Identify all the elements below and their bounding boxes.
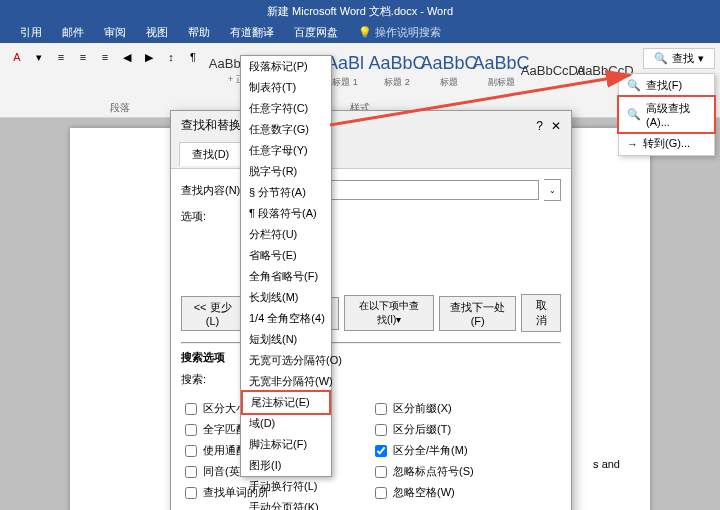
highlight-btn[interactable]: ▾ — [29, 47, 49, 67]
ribbon-tabs: 引用 邮件 审阅 视图 帮助 有道翻译 百度网盘 💡 操作说明搜索 — [0, 22, 720, 43]
find-dropdown-menu: 🔍查找(F)🔍高级查找(A)...→转到(G)... — [618, 73, 715, 156]
decrease-indent-btn[interactable]: ◀ — [117, 47, 137, 67]
find-history-dropdown[interactable]: ⌄ — [544, 179, 561, 201]
less-button[interactable]: << 更少(L) — [181, 296, 244, 331]
tab-view[interactable]: 视图 — [136, 22, 178, 43]
tab-help[interactable]: 帮助 — [178, 22, 220, 43]
font-color-btn[interactable]: A — [7, 47, 27, 67]
special-menu-item[interactable]: 任意字符(C) — [241, 98, 331, 119]
special-menu-item[interactable]: 无宽可选分隔符(O) — [241, 350, 331, 371]
special-menu-item[interactable]: 长划线(M) — [241, 287, 331, 308]
find-what-label: 查找内容(N): — [181, 183, 246, 198]
find-next-button[interactable]: 查找下一处(F) — [439, 296, 516, 331]
search-direction-label: 搜索: — [181, 372, 246, 387]
special-menu-item[interactable]: 手动换行符(L) — [241, 476, 331, 497]
chevron-down-icon: ▾ — [698, 52, 704, 65]
sort-btn[interactable]: ↕ — [161, 47, 181, 67]
special-menu-item[interactable]: ¶ 段落符号(A) — [241, 203, 331, 224]
special-menu-item[interactable]: 分栏符(U) — [241, 224, 331, 245]
dialog-title-text: 查找和替换 — [181, 117, 241, 134]
find-in-button[interactable]: 在以下项中查找(I)▾ — [344, 295, 434, 331]
search-option-checkbox[interactable]: 区分后缀(T) — [371, 421, 561, 439]
cancel-button[interactable]: 取消 — [521, 294, 561, 332]
special-menu-item[interactable]: 尾注标记(E) — [241, 390, 331, 415]
special-menu-item[interactable]: 手动分页符(K) — [241, 497, 331, 510]
search-options-label: 搜索选项 — [181, 350, 561, 365]
tab-references[interactable]: 引用 — [10, 22, 52, 43]
special-menu-item[interactable]: 无宽非分隔符(W) — [241, 371, 331, 392]
special-menu-item[interactable]: 1/4 全角空格(4) — [241, 308, 331, 329]
menu-icon: 🔍 — [627, 79, 641, 92]
special-menu-item[interactable]: 省略号(E) — [241, 245, 331, 266]
special-menu-item[interactable]: 段落标记(P) — [241, 56, 331, 77]
search-option-checkbox[interactable]: 区分全/半角(M) — [371, 442, 561, 460]
menu-icon: → — [627, 138, 638, 150]
tab-baidu[interactable]: 百度网盘 — [284, 22, 348, 43]
special-menu-item[interactable]: 制表符(T) — [241, 77, 331, 98]
style-item[interactable]: AaBbC标题 — [423, 45, 475, 97]
tab-review[interactable]: 审阅 — [94, 22, 136, 43]
find-label: 查找 — [672, 51, 694, 66]
tab-mailings[interactable]: 邮件 — [52, 22, 94, 43]
special-menu-item[interactable]: 短划线(N) — [241, 329, 331, 350]
tab-tellme[interactable]: 💡 操作说明搜索 — [348, 22, 451, 43]
special-menu-item[interactable]: 脚注标记(F) — [241, 434, 331, 455]
search-option-checkbox[interactable]: 忽略空格(W) — [371, 484, 561, 502]
options-label: 选项: — [181, 209, 246, 224]
special-format-menu: 段落标记(P)制表符(T)任意字符(C)任意数字(G)任意字母(Y)脱字号(R)… — [240, 55, 332, 477]
style-item[interactable]: AaBbC标题 2 — [371, 45, 423, 97]
style-item[interactable]: AaBbC副标题 — [475, 45, 527, 97]
search-option-checkbox[interactable]: 区分前缀(X) — [371, 400, 561, 418]
tab-youdao[interactable]: 有道翻译 — [220, 22, 284, 43]
list-btn[interactable]: ≡ — [51, 47, 71, 67]
ribbon: A ▾ ≡ ≡ ≡ ◀ ▶ ↕ ¶ 段落 AaBbCcDd+ 正文AaBbCcD… — [0, 43, 720, 118]
font-group: A ▾ ≡ ≡ ≡ ◀ ▶ ↕ ¶ — [5, 45, 205, 69]
window-title: 新建 Microsoft Word 文档.docx - Word — [0, 0, 720, 22]
numbering-btn[interactable]: ≡ — [73, 47, 93, 67]
special-menu-item[interactable]: 脱字号(R) — [241, 161, 331, 182]
find-menu-item[interactable]: →转到(G)... — [619, 132, 714, 155]
increase-indent-btn[interactable]: ▶ — [139, 47, 159, 67]
close-icon[interactable]: ✕ — [551, 119, 561, 133]
find-menu-item[interactable]: 🔍查找(F) — [619, 74, 714, 97]
find-button[interactable]: 🔍 查找 ▾ — [643, 48, 715, 69]
find-replace-dialog: 查找和替换 ? ✕ 查找(D) 替换(P) 查找内容(N): ⌄ 选项: 向下 … — [170, 110, 572, 510]
special-menu-item[interactable]: 任意数字(G) — [241, 119, 331, 140]
special-menu-item[interactable]: 域(D) — [241, 413, 331, 434]
special-menu-item[interactable]: 全角省略号(F) — [241, 266, 331, 287]
show-marks-btn[interactable]: ¶ — [183, 47, 203, 67]
menu-icon: 🔍 — [627, 108, 641, 121]
search-icon: 🔍 — [654, 52, 668, 65]
paragraph-group-label: 段落 — [110, 101, 130, 115]
dialog-help-icon[interactable]: ? — [536, 119, 543, 133]
special-menu-item[interactable]: § 分节符(A) — [241, 182, 331, 203]
special-menu-item[interactable]: 图形(I) — [241, 455, 331, 476]
find-tab[interactable]: 查找(D) — [179, 142, 242, 166]
style-item[interactable]: AaBbCcDd — [527, 45, 579, 97]
search-option-checkbox[interactable]: 忽略标点符号(S) — [371, 463, 561, 481]
multilevel-btn[interactable]: ≡ — [95, 47, 115, 67]
find-menu-item[interactable]: 🔍高级查找(A)... — [617, 95, 716, 134]
special-menu-item[interactable]: 任意字母(Y) — [241, 140, 331, 161]
